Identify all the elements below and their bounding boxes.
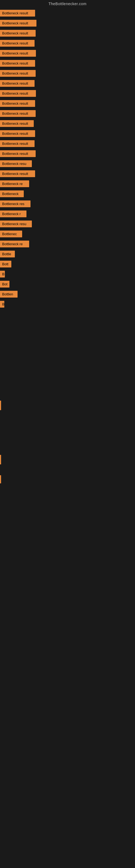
bottom-bar-3: [0, 475, 1, 484]
bar-row-10: Bottleneck result: [0, 109, 135, 119]
bottleneck-bar-21: Bottleneck resu: [0, 220, 32, 227]
bottleneck-bar-20: Bottleneck r: [0, 211, 27, 217]
bottleneck-bar-8: Bottleneck result: [0, 90, 36, 97]
bar-row-24: Bottle: [0, 250, 135, 259]
bottleneck-bar-23: Bottleneck re: [0, 241, 29, 247]
bar-row-20: Bottleneck r: [0, 209, 135, 219]
bottleneck-bar-15: Bottleneck resu: [0, 160, 32, 167]
bottom-spacer: [0, 310, 135, 486]
bar-row-27: Bot: [0, 280, 135, 290]
bottleneck-bar-26: B: [0, 271, 5, 278]
bar-row-15: Bottleneck resu: [0, 159, 135, 169]
bottleneck-bar-14: Bottleneck result: [0, 150, 36, 157]
bottleneck-bar-3: Bottleneck result: [0, 40, 35, 46]
bar-row-7: Bottleneck result: [0, 79, 135, 89]
bottleneck-bar-6: Bottleneck result: [0, 70, 36, 77]
site-title: TheBottlenecker.com: [0, 0, 135, 9]
bottom-bar-1: [0, 401, 1, 410]
bar-row-3: Bottleneck result: [0, 39, 135, 49]
bar-row-11: Bottleneck result: [0, 119, 135, 129]
vertical-line: [2, 310, 3, 468]
bar-row-19: Bottleneck res: [0, 199, 135, 209]
bar-row-4: Bottleneck result: [0, 49, 135, 59]
bottleneck-bar-1: Bottleneck result: [0, 20, 37, 27]
bottleneck-bar-10: Bottleneck result: [0, 110, 36, 117]
bottom-bar-2: [0, 455, 1, 464]
bottleneck-bar-11: Bottleneck result: [0, 120, 34, 127]
bar-row-6: Bottleneck result: [0, 69, 135, 79]
bar-row-23: Bottleneck re: [0, 240, 135, 250]
bottleneck-bar-0: Bottleneck result: [0, 10, 35, 17]
bar-row-28: Bottlen: [0, 290, 135, 300]
bottleneck-bar-13: Bottleneck result: [0, 140, 35, 147]
bottleneck-bar-29: B: [0, 301, 4, 308]
bar-row-18: Bottleneck: [0, 189, 135, 199]
bar-row-21: Bottleneck resu: [0, 219, 135, 229]
bottleneck-bar-17: Bottleneck re: [0, 180, 29, 187]
bar-row-29: B: [0, 300, 135, 310]
bar-row-16: Bottleneck result: [0, 169, 135, 179]
bottleneck-bar-16: Bottleneck result: [0, 170, 35, 177]
bar-row-14: Bottleneck result: [0, 149, 135, 159]
bottleneck-bar-25: Bott: [0, 261, 11, 268]
bottleneck-bar-28: Bottlen: [0, 291, 17, 298]
bottleneck-bar-24: Bottle: [0, 251, 15, 257]
bar-row-12: Bottleneck result: [0, 129, 135, 139]
bottleneck-bar-18: Bottleneck: [0, 190, 24, 197]
bottleneck-bar-27: Bot: [0, 281, 9, 287]
bar-row-9: Bottleneck result: [0, 99, 135, 109]
bar-row-0: Bottleneck result: [0, 9, 135, 19]
bar-row-13: Bottleneck result: [0, 139, 135, 149]
bottleneck-bar-4: Bottleneck result: [0, 50, 36, 57]
bottleneck-bar-7: Bottleneck result: [0, 80, 35, 87]
bar-row-1: Bottleneck result: [0, 19, 135, 29]
bars-container: Bottleneck resultBottleneck resultBottle…: [0, 9, 135, 310]
bottleneck-bar-2: Bottleneck result: [0, 30, 36, 37]
bottleneck-bar-12: Bottleneck result: [0, 130, 35, 137]
bottleneck-bar-22: Bottlenec: [0, 230, 22, 237]
bar-row-8: Bottleneck result: [0, 89, 135, 99]
bar-row-17: Bottleneck re: [0, 179, 135, 189]
bottleneck-bar-19: Bottleneck res: [0, 200, 31, 207]
bar-row-25: Bott: [0, 259, 135, 270]
bar-row-26: B: [0, 270, 135, 280]
bottleneck-bar-9: Bottleneck result: [0, 100, 35, 107]
bar-row-2: Bottleneck result: [0, 29, 135, 39]
bottleneck-bar-5: Bottleneck result: [0, 60, 35, 67]
bar-row-5: Bottleneck result: [0, 59, 135, 69]
bar-row-22: Bottlenec: [0, 229, 135, 240]
